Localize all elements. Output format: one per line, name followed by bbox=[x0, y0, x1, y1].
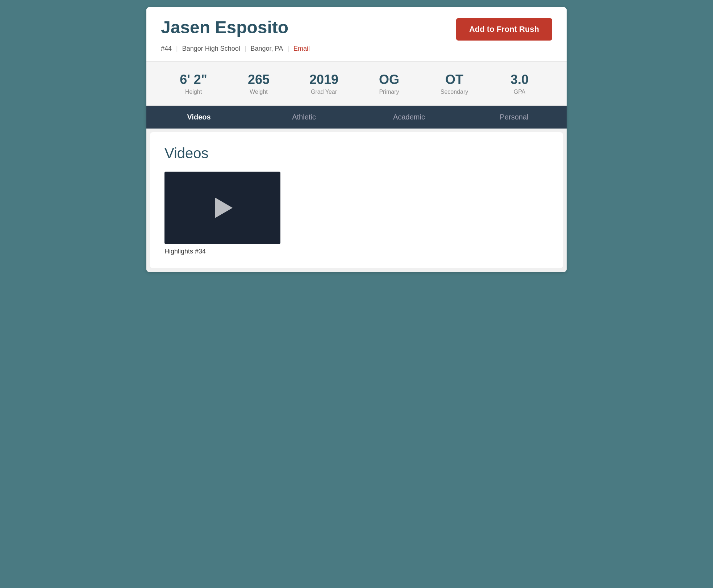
player-email-link[interactable]: Email bbox=[293, 45, 310, 52]
stat-grad-year-value: 2019 bbox=[291, 72, 356, 87]
video-thumbnail[interactable] bbox=[164, 172, 280, 244]
meta-divider-1: | bbox=[176, 45, 178, 52]
stat-grad-year-label: Grad Year bbox=[291, 89, 356, 95]
player-school: Bangor High School bbox=[182, 45, 240, 52]
tabs-section: Videos Athletic Academic Personal bbox=[146, 106, 567, 129]
stat-height-value: 6' 2" bbox=[161, 72, 226, 87]
content-title: Videos bbox=[164, 145, 549, 161]
stat-weight-value: 265 bbox=[226, 72, 291, 87]
stat-weight: 265 Weight bbox=[226, 72, 291, 95]
tab-videos[interactable]: Videos bbox=[146, 106, 251, 129]
stat-primary-label: Primary bbox=[356, 89, 422, 95]
play-icon bbox=[215, 198, 233, 218]
stat-gpa: 3.0 GPA bbox=[487, 72, 552, 95]
main-card: Jasen Esposito Add to Front Rush #44 | B… bbox=[146, 7, 567, 272]
header-section: Jasen Esposito Add to Front Rush #44 | B… bbox=[146, 7, 567, 61]
tab-athletic[interactable]: Athletic bbox=[251, 106, 356, 129]
stat-height-label: Height bbox=[161, 89, 226, 95]
header-top: Jasen Esposito Add to Front Rush bbox=[161, 18, 552, 41]
meta-divider-3: | bbox=[287, 45, 289, 52]
video-title: Highlights #34 bbox=[164, 248, 280, 255]
tab-academic[interactable]: Academic bbox=[356, 106, 462, 129]
videos-grid: Highlights #34 bbox=[164, 172, 549, 255]
player-number: #44 bbox=[161, 45, 172, 52]
stat-secondary-label: Secondary bbox=[422, 89, 487, 95]
player-meta: #44 | Bangor High School | Bangor, PA | … bbox=[161, 45, 552, 52]
content-card: Videos Highlights #34 bbox=[150, 132, 563, 268]
stat-secondary-position: OT Secondary bbox=[422, 72, 487, 95]
stats-section: 6' 2" Height 265 Weight 2019 Grad Year O… bbox=[146, 61, 567, 106]
stat-primary-value: OG bbox=[356, 72, 422, 87]
content-section: Videos Highlights #34 bbox=[146, 129, 567, 272]
player-name: Jasen Esposito bbox=[161, 18, 288, 37]
stat-gpa-value: 3.0 bbox=[487, 72, 552, 87]
stat-secondary-value: OT bbox=[422, 72, 487, 87]
tab-personal[interactable]: Personal bbox=[462, 106, 567, 129]
meta-divider-2: | bbox=[245, 45, 246, 52]
player-location: Bangor, PA bbox=[251, 45, 283, 52]
stat-weight-label: Weight bbox=[226, 89, 291, 95]
add-to-front-rush-button[interactable]: Add to Front Rush bbox=[456, 18, 552, 41]
stat-gpa-label: GPA bbox=[487, 89, 552, 95]
video-item: Highlights #34 bbox=[164, 172, 280, 255]
stat-height: 6' 2" Height bbox=[161, 72, 226, 95]
stat-grad-year: 2019 Grad Year bbox=[291, 72, 356, 95]
stat-primary-position: OG Primary bbox=[356, 72, 422, 95]
